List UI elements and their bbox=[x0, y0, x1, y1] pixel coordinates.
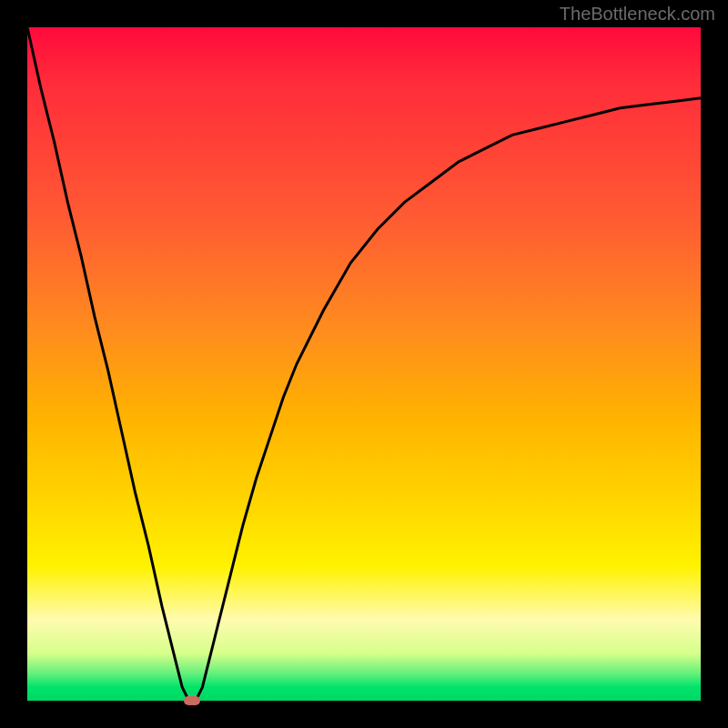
curve-path bbox=[27, 27, 701, 701]
bottleneck-curve bbox=[27, 27, 701, 701]
chart-plot-area bbox=[27, 27, 701, 701]
watermark-text: TheBottleneck.com bbox=[560, 4, 715, 25]
chart-frame: TheBottleneck.com bbox=[0, 0, 728, 728]
